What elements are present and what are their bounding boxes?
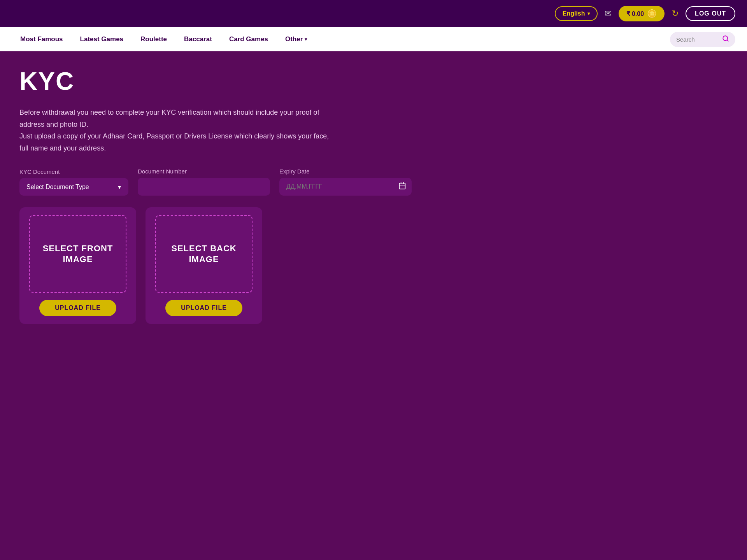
- front-image-label: SELECT FRONT IMAGE: [30, 243, 126, 265]
- mail-icon: ✉: [605, 9, 612, 18]
- back-image-label: SELECT BACK IMAGE: [156, 243, 252, 265]
- document-number-input[interactable]: [138, 178, 270, 196]
- document-number-group: Document Number: [138, 168, 270, 196]
- refresh-icon: ↻: [672, 9, 679, 18]
- mail-button[interactable]: ✉: [603, 7, 613, 20]
- navbar: Most Famous Latest Games Roulette Baccar…: [0, 27, 747, 51]
- expiry-date-group: Expiry Date: [279, 168, 412, 196]
- upload-back-button[interactable]: UPLOAD FILE: [165, 300, 242, 316]
- header: English ▾ ✉ ₹ 0.00 🪙 ↻ LOG OUT: [0, 0, 747, 27]
- nav-item-baccarat[interactable]: Baccarat: [175, 28, 221, 51]
- svg-line-1: [727, 40, 728, 41]
- upload-row: SELECT FRONT IMAGE UPLOAD FILE SELECT BA…: [19, 207, 728, 324]
- document-number-label: Document Number: [138, 168, 270, 175]
- kyc-document-label: KYC Document: [19, 168, 128, 175]
- nav-item-most-famous[interactable]: Most Famous: [12, 28, 72, 51]
- nav-item-card-games[interactable]: Card Games: [221, 28, 277, 51]
- language-label: English: [563, 10, 585, 17]
- nav-item-latest-games[interactable]: Latest Games: [72, 28, 132, 51]
- coin-icon: 🪙: [647, 9, 657, 18]
- logout-button[interactable]: LOG OUT: [686, 6, 735, 21]
- description-line2: Just upload a copy of your Adhaar Card, …: [19, 130, 338, 154]
- front-image-card: SELECT FRONT IMAGE UPLOAD FILE: [19, 207, 136, 324]
- upload-front-button[interactable]: UPLOAD FILE: [39, 300, 116, 316]
- refresh-button[interactable]: ↻: [670, 7, 680, 20]
- front-image-preview: SELECT FRONT IMAGE: [29, 215, 126, 293]
- language-button[interactable]: English ▾: [555, 6, 598, 21]
- nav-item-other[interactable]: Other ▾: [277, 28, 316, 51]
- kyc-document-select[interactable]: Select Document Type: [19, 178, 128, 196]
- back-image-preview: SELECT BACK IMAGE: [155, 215, 253, 293]
- language-chevron-icon: ▾: [587, 11, 590, 16]
- expiry-date-label: Expiry Date: [279, 168, 412, 175]
- other-chevron-icon: ▾: [305, 37, 307, 42]
- page-title: KYC: [19, 67, 728, 96]
- search-icon: [722, 35, 729, 44]
- balance-amount: ₹ 0.00: [626, 10, 644, 18]
- search-input[interactable]: [676, 36, 719, 43]
- kyc-document-group: KYC Document Select Document Type ▼: [19, 168, 128, 196]
- form-row: KYC Document Select Document Type ▼ Docu…: [19, 168, 728, 196]
- description-line1: Before withdrawal you need to complete y…: [19, 107, 338, 130]
- search-box[interactable]: [670, 32, 735, 47]
- kyc-description: Before withdrawal you need to complete y…: [19, 107, 338, 154]
- expiry-date-input[interactable]: [279, 178, 412, 196]
- main-content: KYC Before withdrawal you need to comple…: [0, 51, 747, 340]
- back-image-card: SELECT BACK IMAGE UPLOAD FILE: [146, 207, 262, 324]
- kyc-document-select-wrapper[interactable]: Select Document Type ▼: [19, 178, 128, 196]
- expiry-date-wrapper[interactable]: [279, 178, 412, 196]
- nav-item-roulette[interactable]: Roulette: [132, 28, 175, 51]
- balance-button[interactable]: ₹ 0.00 🪙: [619, 6, 665, 21]
